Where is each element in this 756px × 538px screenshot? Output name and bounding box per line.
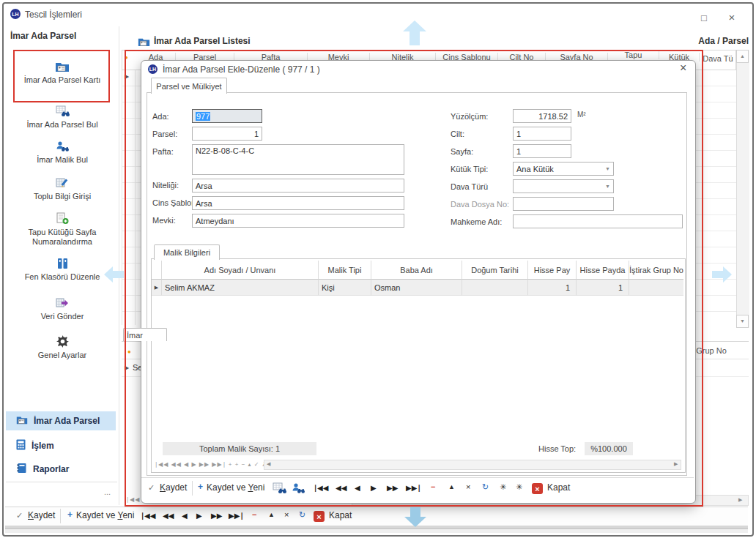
cancel-edit-icon[interactable]: × [466,482,470,491]
close-form-icon[interactable]: × [314,511,325,522]
field-label-dava-dosya-no: Dava Dosya No: [451,200,509,209]
dialog-save-button[interactable]: Kaydet [160,482,187,493]
maximize-button[interactable]: □ [694,12,714,25]
tab-malik-bilgileri[interactable]: Malik Bilgileri [154,244,220,260]
last-record-button[interactable]: ▶▶∣ [229,512,243,520]
dialog-close-button[interactable]: Kapat [547,482,570,493]
malik-column-header[interactable]: Doğum Tarihi [462,261,528,280]
sidebar-nav-label: İmar Ada Parsel [34,416,100,426]
malik-column-header[interactable]: İştirak Grup No [629,261,683,280]
delete-record-icon[interactable]: − [252,510,256,519]
parcel-search-icon [56,107,70,119]
save-check-icon: ✓ [16,511,23,520]
sidebar-item-imar-ada-parsel-karti[interactable]: İmar Ada Parsel Kartı [6,61,119,85]
malik-column-header[interactable]: Hisse Payda [577,261,629,280]
hisse-top-label: Hisse Top: [538,444,576,453]
field-label-sayfa: Sayfa: [451,147,473,156]
malik-hscrollbar[interactable] [264,460,681,470]
dialog-title: İmar Ada Parsel Ekle-Düzenle ( 977 / 1 ) [163,64,320,75]
scroll-left-icon[interactable]: ◀ [267,461,270,467]
new-record-icon[interactable]: ✳ [500,482,506,492]
sidebar-item-label: Genel Ayarlar [6,351,119,360]
list-column-header[interactable]: Tapu [608,51,659,59]
field-label-parsel: Parsel: [152,130,177,138]
malik-grid-navigator[interactable]: ∣◀◀ ◀◀ ◀ ▶ ▶▶ ▶▶∣ + + − ▴ ✓ ✗ ↻ [155,461,275,468]
cins-sablonu-field[interactable]: Arsa [192,196,404,210]
scroll-right-icon[interactable]: ▶ [738,497,742,503]
save-new-plus-icon: + [67,509,73,520]
dialog-close-icon[interactable]: × [680,61,686,75]
mahkeme-adi-field[interactable] [513,214,683,228]
next-record-button[interactable]: ▶ [371,484,377,492]
scroll-down-icon[interactable]: ▼ [736,315,749,328]
new-child-record-icon[interactable]: ✳ [516,482,522,492]
dava-dosya-no-field[interactable] [513,197,614,211]
prior-page-button[interactable]: ◀◀ [336,484,346,492]
prior-record-button[interactable]: ◀ [182,512,188,520]
prior-page-button[interactable]: ◀◀ [163,512,174,520]
dava-turu-combobox[interactable]: ▼ [513,179,614,193]
sidebar-item-label: İmar Ada Parsel Bul [6,120,119,130]
close-button[interactable]: × [722,11,741,24]
parsel-field[interactable]: 1 [192,127,262,141]
save-and-new-button[interactable]: Kaydet ve Yeni [76,510,134,520]
kutuk-tipi-combobox[interactable]: Ana Kütük▼ [513,162,614,176]
refresh-icon[interactable]: ↻ [299,510,305,520]
sidebar-item-imar-malik-bul[interactable]: İmar Malik Bul [6,141,119,165]
last-record-button[interactable]: ▶▶∣ [406,484,420,492]
malik-cell-payda: 1 [577,280,629,296]
sidebar-item-imar-ada-parsel-bul[interactable]: İmar Ada Parsel Bul [6,105,119,130]
first-record-button[interactable]: ∣◀◀ [141,512,155,520]
prior-record-button[interactable]: ◀ [355,484,360,492]
parcel-search-icon[interactable] [273,482,286,497]
malik-column-header[interactable]: Baba Adı [371,261,462,280]
sidebar-nav-islem[interactable]: İşlem [6,436,116,455]
cancel-edit-icon[interactable]: × [284,510,289,519]
sidebar-item-fen-klasoru-duzenle[interactable]: Fen Klasörü Düzenle [6,258,119,282]
sidebar-item-toplu-bilgi-girisi[interactable]: Toplu Bilgi Girişi [6,177,119,201]
pafta-field[interactable]: N22-B-08-C-4-C [192,144,404,175]
close-form-button[interactable]: Kapat [329,510,352,520]
next-page-button[interactable]: ▶▶ [387,484,398,492]
owner-search-icon [56,142,69,154]
edit-record-icon[interactable]: ▲ [448,483,455,490]
malik-column-header[interactable]: Hisse Pay [528,261,577,280]
sidebar-more-button[interactable]: ... [104,487,111,496]
save-new-plus-icon: + [198,482,203,492]
field-label-ada: Ada: [152,112,169,121]
mevki-field[interactable]: Atmeydanı [192,214,404,228]
refresh-icon[interactable]: ↻ [482,482,489,492]
ada-field[interactable]: 977 [192,109,262,123]
list-column-header[interactable]: Dava Tü [700,54,736,63]
save-button[interactable]: Kaydet [28,510,55,520]
lower-grid-tab[interactable]: İmar [123,328,167,341]
yuzolcum-field[interactable]: 1718.52 [513,109,571,123]
close-form-icon[interactable]: × [532,483,543,494]
hisse-top-value: %100.000 [585,442,633,455]
next-page-button[interactable]: ▶▶ [211,512,222,520]
scroll-right-icon[interactable]: ▶ [674,461,678,467]
niteligi-field[interactable]: Arsa [192,179,404,193]
sidebar-nav-raporlar[interactable]: Raporlar [6,460,116,479]
next-record-button[interactable]: ▶ [196,512,202,520]
cilt-field[interactable]: 1 [513,127,571,141]
owner-search-icon[interactable] [292,482,305,497]
sidebar-separator [6,482,117,482]
delete-record-icon[interactable]: − [431,482,435,491]
tab-parsel-ve-mulkiyet[interactable]: Parsel ve Mülkiyet [151,78,227,94]
edit-record-icon[interactable]: ▲ [268,511,275,518]
first-record-button[interactable]: ∣◀◀ [314,484,328,492]
malik-table-row[interactable]: ▶ Selim AKMAZ Kişi Osman 1 1 [152,280,683,296]
list-vscrollbar[interactable] [736,50,749,328]
sidebar-item-genel-ayarlar[interactable]: Genel Ayarlar [6,335,119,360]
sidebar-item-tapu-kutugu-sayfa-numaralandirma[interactable]: Tapu Kütüğü Sayfa Numaralandırma [6,212,119,247]
sayfa-field[interactable]: 1 [513,144,571,158]
sayfa-value: 1 [516,147,521,156]
dialog-save-and-new-button[interactable]: Kaydet ve Yeni [207,482,264,493]
malik-column-header[interactable]: Adı Soyadı / Unvanı [162,261,319,280]
sidebar-divider [119,26,119,505]
malik-column-header[interactable]: Malik Tipi [319,261,371,280]
sidebar-nav-imar-ada-parsel[interactable]: İmar Ada Parsel [6,411,116,430]
sidebar-item-veri-gonder[interactable]: Veri Gönder [6,297,119,321]
scroll-up-icon[interactable]: ▲ [736,50,749,63]
